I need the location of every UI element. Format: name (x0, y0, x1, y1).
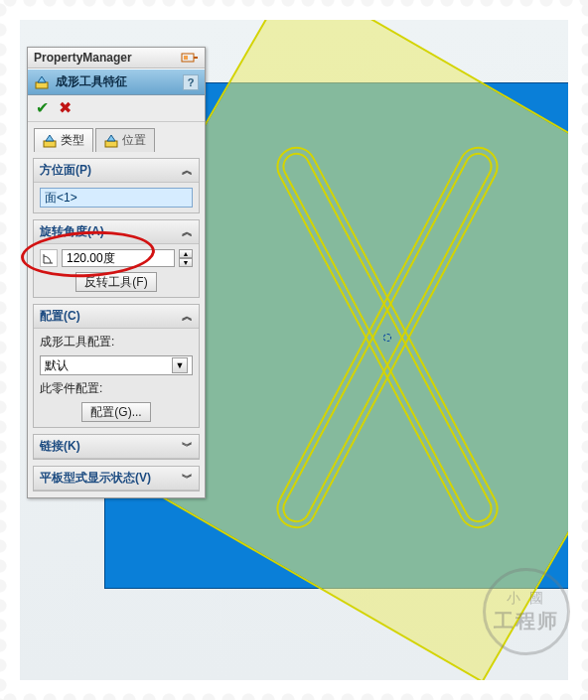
tab-position[interactable]: 位置 (95, 128, 155, 152)
section-title: 平板型式显示状态(V) (40, 470, 151, 487)
svg-rect-3 (36, 82, 48, 88)
angle-icon (40, 249, 58, 267)
form-tool-icon (104, 134, 118, 148)
section-title: 旋转角度(A) (40, 223, 104, 240)
section-link: 链接(K) ︾ (33, 434, 200, 460)
section-placement-face: 方位面(P) ︽ 面<1> (33, 158, 200, 213)
section-title: 方位面(P) (40, 162, 91, 179)
svg-rect-5 (105, 141, 117, 147)
configure-button[interactable]: 配置(G)... (81, 402, 150, 422)
section-flat-pattern-display: 平板型式显示状态(V) ︾ (33, 466, 200, 491)
collapse-icon[interactable]: ︽ (182, 163, 193, 178)
angle-spinner: ▲ ▼ (179, 249, 193, 267)
form-tool-config-label: 成形工具配置: (40, 334, 193, 350)
tab-type[interactable]: 类型 (34, 128, 93, 152)
help-button[interactable]: ? (183, 74, 199, 90)
pm-tabs: 类型 位置 (28, 122, 205, 152)
chevron-down-icon: ▼ (172, 357, 188, 373)
flip-tool-button[interactable]: 反转工具(F) (75, 272, 156, 292)
section-rotation-angle: 旋转角度(A) ︽ ▲ ▼ 反转工具(F) (33, 219, 200, 298)
spin-down-button[interactable]: ▼ (179, 258, 193, 267)
cancel-button[interactable]: ✖ (59, 100, 72, 116)
expand-icon[interactable]: ︾ (182, 439, 193, 454)
collapse-icon[interactable]: ︽ (182, 224, 193, 239)
spin-up-button[interactable]: ▲ (179, 249, 193, 258)
placement-face-value: 面<1> (45, 190, 77, 207)
property-manager-panel: PropertyManager 成形工具特征 ? ✔ ✖ 类型 位置 (27, 47, 206, 498)
pushpin-icon[interactable] (181, 51, 199, 65)
expand-icon[interactable]: ︾ (182, 471, 193, 486)
tab-position-label: 位置 (122, 132, 146, 149)
section-configurations: 配置(C) ︽ 成形工具配置: 默认 ▼ 此零件配置: 配置(G)... (33, 304, 200, 428)
form-tool-config-value: 默认 (45, 357, 69, 374)
this-part-config-label: 此零件配置: (40, 380, 193, 397)
svg-rect-2 (184, 56, 188, 60)
rotation-angle-input[interactable] (62, 249, 175, 267)
ok-button[interactable]: ✔ (36, 100, 49, 116)
form-tool-config-dropdown[interactable]: 默认 ▼ (40, 355, 193, 375)
collapse-icon[interactable]: ︽ (182, 309, 193, 324)
form-tool-icon (43, 134, 57, 148)
feature-title: 成形工具特征 (56, 73, 127, 90)
confirm-bar: ✔ ✖ (28, 95, 205, 122)
feature-title-bar: 成形工具特征 ? (28, 69, 205, 95)
section-title: 链接(K) (40, 438, 80, 455)
tab-type-label: 类型 (61, 132, 84, 149)
svg-rect-4 (44, 141, 56, 147)
section-title: 配置(C) (40, 308, 80, 325)
placement-face-select[interactable]: 面<1> (40, 188, 193, 208)
pm-title: PropertyManager (34, 51, 132, 65)
form-tool-icon (34, 74, 50, 90)
pm-titlebar: PropertyManager (28, 48, 205, 69)
